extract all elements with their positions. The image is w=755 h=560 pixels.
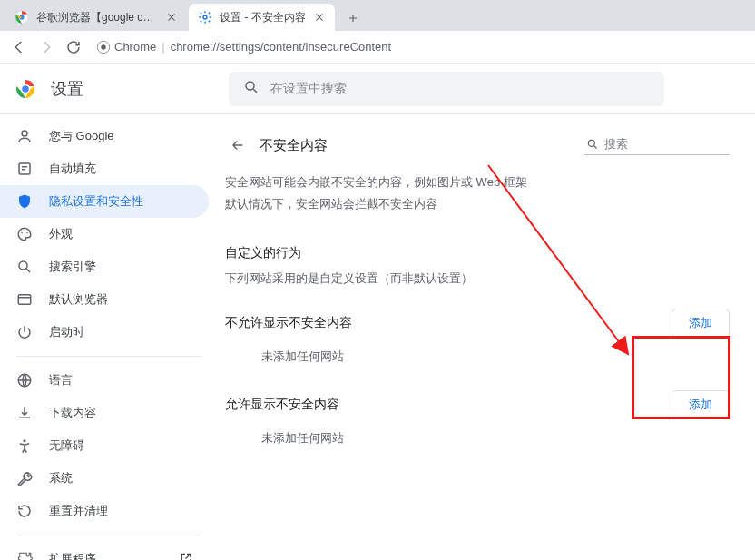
- add-blocked-button[interactable]: 添加: [672, 309, 730, 338]
- sidebar: 您与 Google 自动填充 隐私设置和安全性 外观 搜索引擎 默认浏览器 启动…: [0, 114, 218, 560]
- tab-strip: 谷歌浏览器【google chrome】 设置 - 不安全内容: [0, 0, 755, 31]
- search-placeholder: 在设置中搜索: [270, 81, 347, 97]
- svg-point-12: [24, 231, 25, 232]
- chrome-logo-icon: [15, 78, 36, 100]
- globe-icon: [16, 372, 33, 388]
- power-icon: [16, 324, 33, 340]
- svg-rect-15: [18, 295, 31, 305]
- sidebar-label: 启动时: [49, 324, 84, 340]
- sidebar-item-reset[interactable]: 重置并清理: [0, 495, 209, 527]
- gear-icon: [198, 10, 212, 25]
- svg-point-13: [26, 232, 28, 234]
- app-title: 设置: [51, 78, 83, 100]
- tab-title: 谷歌浏览器【google chrome】: [36, 10, 158, 25]
- url-scheme: Chrome: [114, 40, 156, 54]
- autofill-icon: [16, 161, 33, 177]
- main-area: 您与 Google 自动填充 隐私设置和安全性 外观 搜索引擎 默认浏览器 启动…: [0, 114, 755, 560]
- sidebar-item-appearance[interactable]: 外观: [0, 218, 209, 251]
- mini-search-placeholder: 搜索: [604, 136, 728, 152]
- sidebar-label: 自动填充: [49, 161, 96, 177]
- description-line-2: 默认情况下，安全网站会拦截不安全内容: [225, 196, 730, 212]
- svg-point-9: [22, 131, 27, 136]
- address-bar: Chrome | chrome://settings/content/insec…: [0, 31, 755, 64]
- close-icon[interactable]: [165, 11, 178, 24]
- sidebar-item-extensions[interactable]: 扩展程序: [0, 543, 209, 560]
- description-line-1: 安全网站可能会内嵌不安全的内容，例如图片或 Web 框架: [225, 174, 730, 191]
- user-icon: [16, 128, 33, 144]
- external-link-icon: [180, 552, 192, 561]
- sidebar-item-default-browser[interactable]: 默认浏览器: [0, 283, 209, 316]
- reset-icon: [16, 503, 33, 519]
- sidebar-item-downloads[interactable]: 下载内容: [0, 397, 209, 429]
- svg-point-20: [588, 140, 594, 146]
- sidebar-label: 扩展程序: [49, 551, 96, 560]
- custom-behavior-subtext: 下列网站采用的是自定义设置（而非默认设置）: [225, 270, 730, 287]
- sidebar-label: 搜索引擎: [49, 259, 96, 275]
- sidebar-item-privacy-security[interactable]: 隐私设置和安全性: [0, 185, 209, 218]
- svg-point-8: [246, 82, 254, 90]
- shield-icon: [16, 193, 33, 210]
- search-icon: [16, 259, 33, 275]
- sidebar-item-system[interactable]: 系统: [0, 462, 209, 495]
- search-icon: [243, 79, 260, 98]
- nav-forward-button[interactable]: [36, 37, 56, 57]
- tab-title: 设置 - 不安全内容: [220, 10, 306, 25]
- sidebar-label: 无障碍: [49, 437, 84, 454]
- tab-item[interactable]: 谷歌浏览器【google chrome】: [5, 4, 187, 31]
- mini-search-input[interactable]: 搜索: [584, 136, 730, 155]
- nav-back-button[interactable]: [9, 37, 29, 57]
- sidebar-label: 重置并清理: [49, 503, 108, 519]
- sidebar-label: 语言: [49, 372, 73, 388]
- sidebar-label: 默认浏览器: [49, 291, 108, 308]
- sidebar-label: 下载内容: [49, 405, 96, 421]
- sidebar-item-autofill[interactable]: 自动填充: [0, 152, 209, 185]
- empty-allowed-list: 未添加任何网站: [261, 430, 730, 447]
- search-icon: [586, 138, 599, 151]
- sidebar-label: 隐私设置和安全性: [49, 193, 143, 210]
- download-icon: [16, 405, 33, 421]
- site-info-icon[interactable]: Chrome: [96, 40, 156, 54]
- url-separator: |: [162, 40, 164, 54]
- settings-search-input[interactable]: 在设置中搜索: [229, 72, 664, 106]
- svg-point-11: [21, 232, 23, 234]
- palette-icon: [16, 226, 33, 242]
- accessibility-icon: [16, 437, 33, 454]
- settings-header: 设置 在设置中搜索: [0, 64, 755, 114]
- section-title: 不安全内容: [260, 137, 584, 154]
- nav-reload-button[interactable]: [64, 37, 83, 57]
- sidebar-item-search-engine[interactable]: 搜索引擎: [0, 251, 209, 283]
- add-allowed-button[interactable]: 添加: [672, 390, 730, 419]
- url-path: chrome://settings/content/insecureConten…: [171, 40, 392, 54]
- chrome-icon: [15, 10, 29, 25]
- svg-point-2: [203, 15, 207, 19]
- puzzle-icon: [16, 551, 33, 560]
- sidebar-label: 您与 Google: [49, 128, 114, 144]
- wrench-icon: [16, 470, 33, 486]
- content-panel: 不安全内容 搜索 安全网站可能会内嵌不安全的内容，例如图片或 Web 框架 默认…: [218, 114, 755, 560]
- allowed-heading: 允许显示不安全内容: [225, 397, 339, 413]
- svg-point-17: [24, 439, 26, 442]
- new-tab-button[interactable]: [340, 5, 366, 31]
- not-allowed-heading: 不允许显示不安全内容: [225, 315, 352, 331]
- svg-point-4: [101, 44, 105, 49]
- tab-item-active[interactable]: 设置 - 不安全内容: [189, 4, 335, 31]
- svg-point-14: [19, 261, 27, 270]
- sidebar-item-you-and-google[interactable]: 您与 Google: [0, 120, 209, 152]
- custom-behavior-heading: 自定义的行为: [225, 245, 730, 261]
- sidebar-separator: [16, 356, 201, 357]
- browser-icon: [16, 291, 33, 308]
- sidebar-label: 系统: [49, 470, 73, 486]
- sidebar-item-on-startup[interactable]: 启动时: [0, 316, 209, 349]
- empty-blocked-list: 未添加任何网站: [261, 349, 730, 365]
- close-icon[interactable]: [313, 11, 326, 24]
- sidebar-label: 外观: [49, 226, 73, 242]
- sidebar-item-accessibility[interactable]: 无障碍: [0, 429, 209, 462]
- back-button[interactable]: [225, 133, 250, 158]
- sidebar-item-languages[interactable]: 语言: [0, 364, 209, 397]
- sidebar-separator: [16, 535, 201, 535]
- url-field[interactable]: Chrome | chrome://settings/content/insec…: [96, 40, 746, 54]
